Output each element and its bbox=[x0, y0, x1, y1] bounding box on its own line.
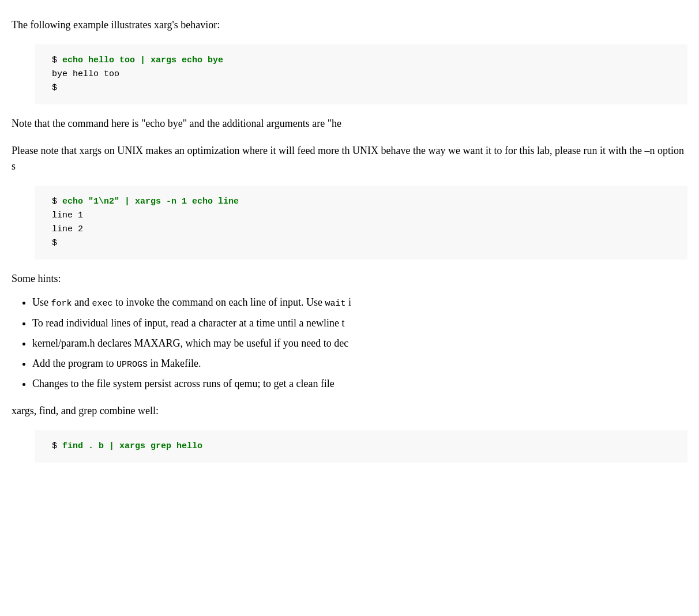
code-block-1: $ echo hello too | xargs echo bye bye he… bbox=[35, 44, 687, 104]
hints-heading: Some hints: bbox=[12, 271, 687, 287]
code-line-command-2: $ echo "1\n2" | xargs -n 1 echo line bbox=[52, 195, 670, 209]
code-block-3: $ find . b | xargs grep hello bbox=[35, 430, 687, 463]
bottom-text: xargs, find, and grep combine well: bbox=[12, 403, 687, 419]
list-item: kernel/param.h declares MAXARG, which ma… bbox=[32, 336, 687, 351]
prompt-2: $ bbox=[52, 197, 62, 206]
prompt-1: $ bbox=[52, 55, 62, 65]
inline-code-fork: fork bbox=[51, 299, 72, 309]
bottom-section: xargs, find, and grep combine well: $ fi… bbox=[12, 403, 687, 463]
output-line-5: $ bbox=[52, 236, 670, 250]
inline-code-wait: wait bbox=[325, 299, 345, 309]
inline-code-uprogs: UPROGS bbox=[116, 360, 148, 370]
command-3: find . b | xargs grep hello bbox=[62, 441, 202, 451]
output-line-3: line 1 bbox=[52, 209, 670, 223]
list-item: Use fork and exec to invoke the command … bbox=[32, 295, 687, 311]
list-item: To read individual lines of input, read … bbox=[32, 315, 687, 331]
code-block-2: $ echo "1\n2" | xargs -n 1 echo line lin… bbox=[35, 186, 687, 260]
output-line-4: line 2 bbox=[52, 223, 670, 236]
output-line-1: bye hello too bbox=[52, 67, 670, 81]
note-2-text: Please note that xargs on UNIX makes an … bbox=[12, 143, 687, 174]
code-line-command-1: $ echo hello too | xargs echo bye bbox=[52, 54, 670, 67]
prompt-3: $ bbox=[52, 441, 62, 451]
note-1-text: Note that the command here is "echo bye"… bbox=[12, 116, 687, 132]
list-item: Changes to the file system persist acros… bbox=[32, 376, 687, 392]
list-item: Add the program to UPROGS in Makefile. bbox=[32, 356, 687, 372]
inline-code-exec: exec bbox=[92, 299, 113, 309]
command-1: echo hello too | xargs echo bye bbox=[62, 55, 223, 65]
hints-list: Use fork and exec to invoke the command … bbox=[12, 295, 687, 392]
intro-text: The following example illustrates xarg's… bbox=[12, 17, 687, 33]
output-line-2: $ bbox=[52, 81, 670, 95]
command-2: echo "1\n2" | xargs -n 1 echo line bbox=[62, 197, 239, 206]
